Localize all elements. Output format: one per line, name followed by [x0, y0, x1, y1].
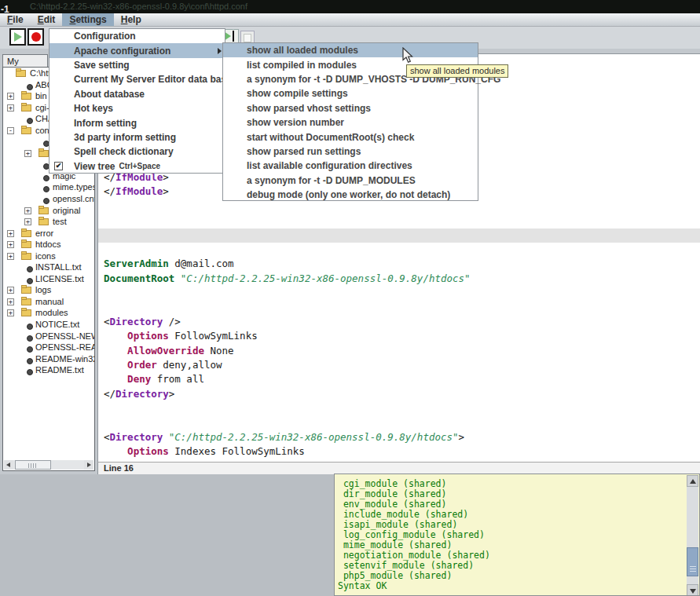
scroll-right-button[interactable] — [84, 460, 93, 470]
window-title: C:\httpd-2.2.25-win32-x86-openssl-0.9.8y… — [30, 2, 247, 11]
file-bullet-icon — [27, 369, 33, 375]
folder-icon — [21, 93, 31, 100]
apache-submenu-item-debug-mode-only-one-worker-do-not-detach[interactable]: debug mode (only one worker, do not deta… — [223, 188, 478, 202]
menu-item-label: show version number — [247, 117, 344, 128]
settings-menu-item-spell-check-dictionary[interactable]: Spell check dictionary — [49, 144, 225, 159]
settings-menu-item-current-my-server-editor-data-base[interactable]: Current My Server Editor data base — [49, 72, 225, 86]
tree-item-license-txt[interactable]: LICENSE.txt — [3, 273, 94, 285]
menubar-item-file[interactable]: File — [0, 13, 31, 26]
tree-item-label: NOTICE.txt — [35, 320, 79, 329]
menu-item-label: a synonym for -t -D DUMP_MODULES — [247, 175, 416, 186]
tree-tab-my-apache[interactable]: My apache — [2, 54, 48, 68]
menu-item-label: show compile settings — [247, 88, 348, 99]
tree-item-logs[interactable]: +logs — [3, 284, 94, 296]
tree-item-manual[interactable]: +manual — [3, 296, 94, 308]
menu-item-label: About database — [74, 89, 145, 100]
code-line: DocumentRoot "C:/httpd-2.2.25-win32-x86-… — [98, 272, 700, 286]
tree-item-openssl-readmi[interactable]: OPENSSL-READMI — [3, 342, 94, 353]
settings-menu-item-save-setting[interactable]: Save setting — [49, 58, 225, 72]
folder-icon — [21, 253, 31, 260]
code-segment-directive: Options — [127, 330, 169, 342]
tree-item-label: OPENSSL-READMI — [35, 342, 95, 352]
scroll-left-icon — [6, 463, 10, 467]
apache-submenu-item-show-parsed-vhost-settings[interactable]: show parsed vhost settings — [223, 101, 478, 115]
settings-menu-item-3d-party-inform-setting[interactable]: 3d party inform setting — [49, 130, 225, 144]
tree-item-htdocs[interactable]: +htdocs — [3, 239, 94, 250]
expand-icon[interactable]: + — [7, 104, 14, 112]
output-panel[interactable]: cgi_module (shared) dir_module (shared) … — [334, 474, 700, 596]
apache-submenu-item-a-synonym-for-t-d-dump-modules[interactable]: a synonym for -t -D DUMP_MODULES — [223, 174, 478, 188]
collapse-icon[interactable]: - — [7, 127, 14, 134]
tree-item-mime-types[interactable]: mime.types — [3, 181, 94, 193]
apache-submenu-item-show-parsed-run-settings[interactable]: show parsed run settings — [223, 144, 478, 159]
expand-icon[interactable]: + — [7, 241, 14, 248]
tree-item-openssl-news-t[interactable]: OPENSSL-NEWS.t — [3, 331, 94, 342]
expand-icon[interactable]: + — [24, 207, 31, 214]
expand-icon[interactable]: + — [7, 298, 14, 305]
title-bar[interactable]: C:\httpd-2.2.25-win32-x86-openssl-0.9.8y… — [0, 0, 700, 13]
scrollbar-thumb[interactable] — [15, 460, 51, 470]
settings-menu-item-apache-configuration[interactable]: Apache configuration — [49, 43, 225, 57]
menubar-item-edit[interactable]: Edit — [31, 13, 63, 26]
tree-item-install-txt[interactable]: INSTALL.txt — [3, 261, 94, 273]
menu-bar: FileEditSettingsHelp — [0, 13, 700, 27]
code-line — [98, 214, 700, 228]
folder-icon — [21, 241, 31, 248]
tree-item-openssl-cnf[interactable]: openssl.cnf — [3, 193, 94, 205]
output-vertical-scrollbar[interactable] — [687, 475, 698, 596]
expand-icon[interactable]: + — [7, 93, 14, 100]
tree-item-label: LICENSE.txt — [35, 274, 84, 283]
apache-submenu-item-show-version-number[interactable]: show version number — [223, 115, 478, 130]
code-line: </Directory> — [98, 387, 700, 401]
tree-item-label: manual — [35, 297, 64, 306]
expand-icon[interactable]: + — [7, 287, 14, 294]
code-line — [98, 243, 700, 257]
folder-icon — [38, 218, 49, 225]
settings-menu-item-view-tree[interactable]: ✔View treeCtrl+Space — [49, 159, 225, 174]
expand-icon[interactable]: + — [7, 230, 14, 237]
code-segment-tag: IfModule — [115, 185, 163, 197]
tree-item-readme-win32-tx[interactable]: README-win32.tx — [3, 353, 94, 365]
settings-menu-item-configuration[interactable]: Configuration — [49, 29, 225, 43]
scrollbar-thumb[interactable] — [687, 547, 698, 576]
expand-icon[interactable]: + — [7, 253, 14, 260]
menu-item-label: show parsed vhost settings — [247, 103, 371, 114]
tree-item-label: icons — [35, 251, 56, 261]
scroll-left-button[interactable] — [4, 460, 13, 470]
menu-item-label: start without DocumentRoot(s) check — [247, 132, 414, 143]
code-segment-plain: < — [104, 316, 110, 327]
tree-item-label: htdocs — [35, 239, 60, 249]
scroll-up-button[interactable] — [687, 475, 698, 487]
code-line — [98, 286, 700, 300]
code-segment-plain — [104, 445, 127, 457]
scroll-down-button[interactable] — [687, 584, 698, 596]
menubar-item-help[interactable]: Help — [114, 13, 148, 26]
apache-submenu-item-show-compile-settings[interactable]: show compile settings — [223, 86, 478, 101]
folder-icon — [21, 104, 31, 112]
settings-menu-item-hot-keys[interactable]: Hot keys — [49, 101, 225, 115]
menu-accelerator: Ctrl+Space — [119, 162, 160, 170]
tree-item-readme-txt[interactable]: README.txt — [3, 364, 94, 376]
settings-menu-item-inform-setting[interactable]: Inform setting — [49, 115, 225, 130]
output-log: cgi_module (shared) dir_module (shared) … — [338, 479, 685, 591]
expand-icon[interactable]: + — [24, 150, 31, 157]
tree-item-notice-txt[interactable]: NOTICE.txt — [3, 319, 94, 331]
tree-horizontal-scrollbar[interactable] — [4, 460, 93, 470]
apache-submenu-item-show-all-loaded-modules[interactable]: show all loaded modules — [223, 43, 478, 57]
menu-item-label: 3d party inform setting — [74, 132, 176, 143]
tree-item-icons[interactable]: +icons — [3, 250, 94, 262]
run-button[interactable] — [9, 28, 26, 46]
tree-item-test[interactable]: +test — [3, 216, 94, 228]
expand-icon[interactable]: + — [7, 309, 14, 316]
expand-icon[interactable]: + — [24, 218, 31, 225]
settings-menu-item-about-database[interactable]: About database — [49, 87, 225, 101]
code-segment-directive: AllowOverride — [127, 345, 204, 357]
apache-submenu-item-list-available-configuration-directives[interactable]: list available configuration directives — [223, 159, 478, 173]
tree-item-error[interactable]: +error — [3, 228, 94, 239]
menubar-item-settings[interactable]: Settings — [62, 13, 113, 26]
tree-item-modules[interactable]: +modules — [3, 307, 94, 319]
tree-item-label: modules — [35, 308, 68, 317]
apache-submenu-item-start-without-documentroot-s-check[interactable]: start without DocumentRoot(s) check — [223, 130, 478, 144]
tree-item-original[interactable]: +original — [3, 205, 94, 217]
stop-button[interactable] — [27, 28, 44, 46]
